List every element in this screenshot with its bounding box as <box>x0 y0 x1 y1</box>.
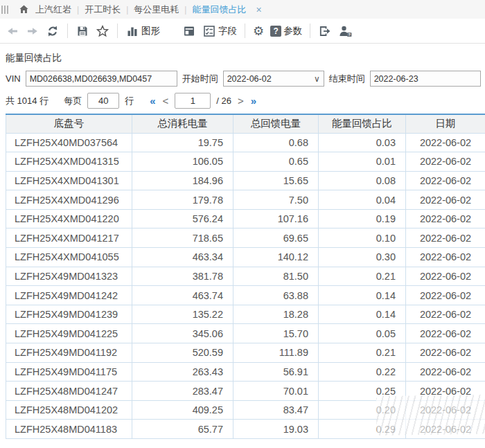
cell-total-consumed: 576.24 <box>132 209 233 229</box>
fields-button[interactable]: 字段 <box>202 24 237 38</box>
last-page-button[interactable]: » <box>250 95 257 107</box>
vin-input[interactable] <box>26 71 177 87</box>
sidebar-toggle-icon[interactable] <box>1 6 8 14</box>
cell-feedback-ratio: 0.25 <box>319 382 406 401</box>
home-button[interactable] <box>18 3 30 15</box>
table-row[interactable]: LZFH25X49MD041242463.7463.880.142022-06-… <box>6 286 485 305</box>
header-feedback-ratio[interactable]: 能量回馈占比 <box>319 114 406 133</box>
chevron-down-icon: ∨ <box>314 74 320 84</box>
header-chassis[interactable]: 底盘号 <box>6 114 132 133</box>
header-total-feedback[interactable]: 总回馈电量 <box>233 114 319 133</box>
cell-total-consumed: 19.75 <box>132 133 233 152</box>
first-page-button[interactable]: « <box>149 95 156 107</box>
table-row[interactable]: LZFH25X49MD041192520.59111.890.212022-06… <box>6 343 485 363</box>
page-title: 能量回馈占比 <box>6 52 485 64</box>
table-row[interactable]: LZFH25X49MD041225345.0615.700.052022-06-… <box>6 324 485 343</box>
per-page-label: 每页 <box>64 95 82 107</box>
cell-chassis: LZFH25X48MD041247 <box>6 382 132 401</box>
cell-chassis: LZFH25X49MD041323 <box>6 267 132 286</box>
cell-chassis: LZFH25X49MD041239 <box>6 305 132 324</box>
checklist-icon <box>202 24 216 38</box>
header-total-consumed[interactable]: 总消耗电量 <box>132 114 233 133</box>
table-row[interactable]: LZFH25X48MD041202409.2583.470.202022-06-… <box>6 400 485 420</box>
cell-feedback-ratio: 0.14 <box>319 305 406 324</box>
table-row[interactable]: LZFH25X4XMD041301184.9615.650.082022-06-… <box>6 171 485 190</box>
data-table: 底盘号 总消耗电量 总回馈电量 能量回馈占比 日期 LZFH25X40MD037… <box>6 114 485 439</box>
params-button[interactable]: ? 参数 <box>270 25 302 37</box>
cell-total-consumed: 345.06 <box>132 324 233 343</box>
settings-button[interactable]: ⚙ <box>253 25 264 37</box>
cell-date: 2022-06-02 <box>406 152 485 172</box>
back-button[interactable] <box>6 24 19 38</box>
cell-chassis: LZFH25X49MD041175 <box>6 362 132 382</box>
current-page-input[interactable] <box>175 93 211 109</box>
favorite-button[interactable] <box>96 24 109 38</box>
per-page-input[interactable] <box>87 93 119 109</box>
tab-work-duration[interactable]: 开工时长 <box>85 3 121 16</box>
user-button[interactable]: ? <box>338 24 353 38</box>
star-icon <box>96 24 109 38</box>
cell-date: 2022-06-02 <box>406 248 485 267</box>
cell-chassis: LZFH25X4XMD041296 <box>6 190 132 210</box>
cell-feedback-ratio: 0.05 <box>319 324 406 343</box>
cell-date: 2022-06-02 <box>406 190 485 210</box>
panel-icon <box>182 24 196 38</box>
tab-energy-feedback-ratio[interactable]: 能量回馈占比 <box>192 3 246 16</box>
table-row[interactable]: LZFH25X4XMD041296179.787.500.042022-06-0… <box>6 190 485 210</box>
cell-total-consumed: 718.65 <box>132 229 233 248</box>
cell-date: 2022-06-02 <box>406 343 485 363</box>
save-button[interactable] <box>76 24 89 38</box>
cell-total-consumed: 381.78 <box>132 267 233 286</box>
cell-date: 2022-06-02 <box>406 382 485 401</box>
cell-total-feedback: 63.88 <box>233 286 319 305</box>
cell-total-feedback: 15.65 <box>233 171 319 190</box>
table-row[interactable]: LZFH25X40MD03756419.750.680.032022-06-02 <box>6 133 485 152</box>
cell-feedback-ratio: 0.19 <box>319 209 406 229</box>
table-row[interactable]: LZFH25X48MD04118365.7719.030.292022-06-0… <box>6 420 485 439</box>
chart-button-label: 图形 <box>141 25 160 37</box>
table-row[interactable]: LZFH25X4XMD041217718.6569.650.102022-06-… <box>6 229 485 248</box>
toolbar-separator <box>67 24 68 38</box>
cell-date: 2022-06-02 <box>406 209 485 229</box>
cell-total-feedback: 0.65 <box>233 152 319 172</box>
tab-saic-hongyan[interactable]: 上汽红岩 <box>35 3 71 16</box>
start-time-select[interactable]: 2022-06-02 ∨ <box>223 71 324 87</box>
cell-total-consumed: 463.34 <box>132 248 233 267</box>
cell-feedback-ratio: 0.10 <box>319 229 406 248</box>
cell-feedback-ratio: 0.29 <box>319 420 406 439</box>
cell-total-feedback: 15.70 <box>233 324 319 343</box>
cell-feedback-ratio: 0.01 <box>319 152 406 172</box>
cell-total-feedback: 70.01 <box>233 382 319 401</box>
table-row[interactable]: LZFH25X4XMD041315106.050.650.012022-06-0… <box>6 152 485 172</box>
next-page-button[interactable]: > <box>237 95 245 107</box>
end-time-input[interactable] <box>370 71 481 87</box>
start-time-value: 2022-06-02 <box>227 74 272 84</box>
forward-arrow-icon <box>26 24 39 38</box>
header-date[interactable]: 日期 <box>406 114 485 133</box>
toolbar: 图形 字段 ⚙ ? 参数 ? <box>0 19 485 44</box>
cell-total-consumed: 135.22 <box>132 305 233 324</box>
cell-feedback-ratio: 0.03 <box>319 133 406 152</box>
cell-chassis: LZFH25X49MD041192 <box>6 343 132 363</box>
export-button[interactable] <box>318 24 332 38</box>
chart-button[interactable]: 图形 <box>125 24 160 38</box>
table-row[interactable]: LZFH25X4XMD041055463.34140.120.302022-06… <box>6 248 485 267</box>
cell-total-feedback: 81.50 <box>233 267 319 286</box>
panel-button[interactable] <box>182 24 196 38</box>
table-row[interactable]: LZFH25X49MD041175263.4356.910.222022-06-… <box>6 362 485 382</box>
cell-total-feedback: 83.47 <box>233 400 319 420</box>
table-row[interactable]: LZFH25X49MD041239135.2218.280.142022-06-… <box>6 305 485 324</box>
cell-feedback-ratio: 0.21 <box>319 343 406 363</box>
refresh-button[interactable] <box>46 24 60 38</box>
tab-per-km-consumption[interactable]: 每公里电耗 <box>134 3 179 16</box>
cell-total-consumed: 65.77 <box>132 420 233 439</box>
table-row[interactable]: LZFH25X49MD041323381.7881.500.212022-06-… <box>6 267 485 286</box>
prev-page-button[interactable]: < <box>162 95 170 107</box>
tab-close-icon[interactable]: × <box>256 4 261 15</box>
cell-chassis: LZFH25X4XMD041301 <box>6 171 132 190</box>
forward-button[interactable] <box>26 24 39 38</box>
table-row[interactable]: LZFH25X48MD041247283.4770.010.252022-06-… <box>6 382 485 401</box>
cell-feedback-ratio: 0.08 <box>319 171 406 190</box>
table-row[interactable]: LZFH25X4XMD041220576.24107.160.192022-06… <box>6 209 485 229</box>
cell-total-consumed: 263.43 <box>132 362 233 382</box>
